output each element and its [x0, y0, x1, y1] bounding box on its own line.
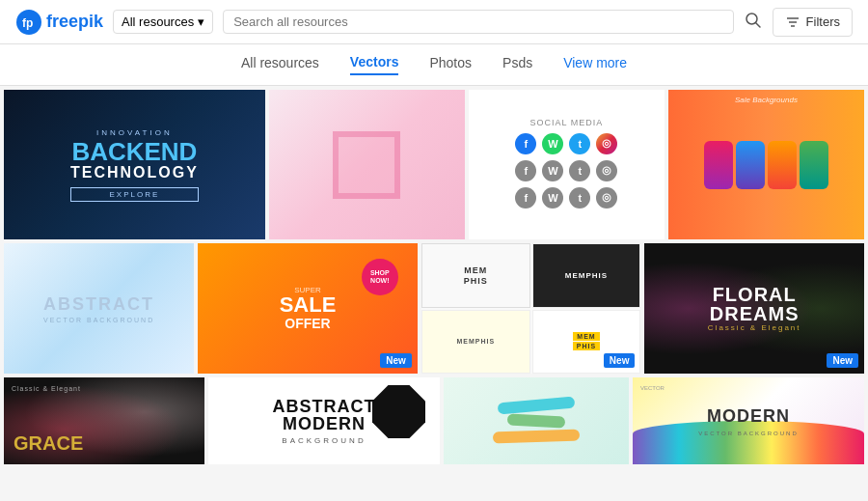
grace-subtitle: Classic & Elegant	[12, 385, 81, 392]
backend-subtitle: TECHNOLOGY	[70, 164, 199, 181]
backend-innovation-label: INNOVATION	[70, 128, 199, 137]
new-badge-sale-offer: New	[380, 353, 412, 368]
search-button[interactable]	[744, 11, 763, 33]
brush-stroke-cyan	[498, 397, 576, 415]
sale-text: SALE	[280, 294, 337, 316]
resource-select-label: All resources	[122, 14, 194, 29]
image-grid: INNOVATION BACKEND TECHNOLOGY EXPLORE SO…	[0, 86, 868, 472]
floral-sub: Classic & Elegant	[708, 323, 801, 332]
abstract-modern-sub: BACKGROUND	[273, 436, 376, 445]
grid-item-pink-watercolor[interactable]	[269, 90, 465, 239]
grid-item-floral[interactable]: FLORAL DREAMS Classic & Elegant New	[644, 243, 864, 374]
memphis-label-4: MEM	[573, 332, 599, 341]
modern-title: MODERN	[707, 406, 790, 427]
memphis-label-3: MEMPHIS	[456, 338, 495, 345]
grid-row-1: INNOVATION BACKEND TECHNOLOGY EXPLORE SO…	[4, 90, 864, 239]
grid-row-3: Classic & Elegant GRACE ABSTRACT MODERN …	[4, 377, 864, 464]
svg-text:fp: fp	[22, 16, 33, 30]
new-badge-floral: New	[827, 353, 858, 368]
abstract-modern-line2: MODERN	[273, 415, 376, 432]
sale-card-1	[704, 141, 733, 189]
tab-photos[interactable]: Photos	[429, 55, 472, 74]
tab-view-more[interactable]: View more	[563, 55, 627, 74]
header: fp freepik All resources ▾ Filters	[0, 0, 868, 44]
sale-card-2	[736, 141, 765, 189]
filters-icon	[785, 14, 800, 30]
wave-decoration	[633, 421, 864, 464]
backend-explore: EXPLORE	[70, 187, 199, 202]
social-media-title: SOCIAL MEDIA	[530, 118, 604, 127]
abstract-subtitle: VECTOR BACKGROUND	[43, 317, 154, 323]
brush-stroke-orange	[493, 429, 580, 443]
grid-item-modern-wave[interactable]: VECTOR MODERN VECTOR BACKGROUND	[633, 377, 864, 464]
chevron-down-icon: ▾	[198, 14, 204, 29]
whatsapp-grey-icon: W	[542, 160, 563, 181]
instagram-grey-icon: ◎	[596, 160, 617, 181]
filters-button[interactable]: Filters	[773, 8, 853, 37]
social-icons-row-2: f W t ◎	[515, 160, 617, 181]
sale-bg-title: Sale Backgrounds	[735, 96, 798, 104]
sale-card-3	[768, 141, 797, 189]
twitter-grey-icon: t	[569, 160, 590, 181]
grid-item-grace[interactable]: Classic & Elegant GRACE	[4, 377, 204, 464]
modern-subtitle: VECTOR BACKGROUND	[698, 431, 799, 436]
grid-item-sale-backgrounds[interactable]: Sale Backgrounds	[668, 90, 864, 239]
sale-bg-cards	[704, 141, 828, 189]
grid-item-memphis[interactable]: MEM PHIS MEMPHIS MEMPHIS MEM PHIS New	[421, 243, 641, 374]
grid-row-2: ABSTRACT VECTOR BACKGROUND SHOP NOW! SUP…	[4, 243, 864, 374]
new-badge-memphis: New	[604, 353, 636, 368]
pink-square-decoration	[333, 131, 400, 199]
logo-text: freepik	[46, 12, 103, 32]
floral-title: FLORAL	[708, 285, 801, 304]
social-icons-row-3: f W t ◎	[515, 187, 617, 209]
memphis-card-2: MEMPHIS	[532, 243, 641, 308]
abstract-title: ABSTRACT	[43, 294, 154, 315]
resource-select[interactable]: All resources ▾	[113, 10, 213, 34]
nav-tabs: All resources Vectors Photos Psds View m…	[0, 44, 868, 86]
social-icons-row-1: f W t ◎	[515, 133, 617, 154]
facebook-outline-icon: f	[515, 187, 536, 209]
memphis-label-2: MEMPHIS	[565, 271, 608, 280]
floral-dreams: DREAMS	[708, 304, 801, 323]
search-icon	[744, 11, 763, 30]
brush-stroke-green	[507, 413, 566, 428]
svg-line-3	[755, 23, 760, 28]
abstract-modern-title: ABSTRACT	[273, 398, 376, 415]
memphis-label-1: MEM	[464, 265, 487, 275]
whatsapp-icon: W	[542, 133, 563, 154]
twitter-icon: t	[569, 133, 590, 154]
twitter-outline-icon: t	[569, 187, 590, 209]
floral-text: FLORAL DREAMS Classic & Elegant	[708, 285, 801, 332]
instagram-icon: ◎	[596, 133, 617, 154]
shop-now-badge: SHOP NOW!	[362, 259, 398, 295]
sale-card-4	[800, 141, 828, 189]
search-bar	[223, 10, 733, 34]
filters-label: Filters	[806, 14, 840, 29]
abstract-splatter	[372, 385, 425, 438]
grid-item-abstract[interactable]: ABSTRACT VECTOR BACKGROUND	[4, 243, 194, 374]
facebook-grey-icon: f	[515, 160, 536, 181]
modern-label: VECTOR	[640, 385, 665, 391]
offer-text: OFFER	[280, 316, 337, 331]
tab-vectors[interactable]: Vectors	[350, 54, 399, 75]
freepik-logo-icon: fp	[15, 9, 42, 36]
shop-now-text: SHOP NOW!	[367, 269, 393, 286]
memphis-card-3: MEMPHIS	[421, 310, 530, 375]
search-input[interactable]	[233, 14, 722, 29]
tab-all-resources[interactable]: All resources	[241, 55, 319, 74]
grid-item-social-media[interactable]: SOCIAL MEDIA f W t ◎ f W t ◎ f W t ◎	[469, 90, 665, 239]
facebook-icon: f	[515, 133, 536, 154]
backend-title: BACKEND	[70, 139, 199, 164]
grid-item-abstract-modern[interactable]: ABSTRACT MODERN BACKGROUND	[208, 377, 440, 464]
grid-item-brush-strokes[interactable]	[444, 377, 629, 464]
memphis-card-1: MEM PHIS	[421, 243, 530, 308]
tab-psds[interactable]: Psds	[502, 55, 532, 74]
whatsapp-outline-icon: W	[542, 187, 563, 209]
grid-item-sale-offer[interactable]: SHOP NOW! SUPER SALE OFFER New	[198, 243, 418, 374]
grace-title: GRACE	[14, 432, 83, 455]
logo[interactable]: fp freepik	[15, 9, 103, 36]
instagram-outline-icon: ◎	[596, 187, 617, 209]
grid-item-backend-technology[interactable]: INNOVATION BACKEND TECHNOLOGY EXPLORE	[4, 90, 265, 239]
